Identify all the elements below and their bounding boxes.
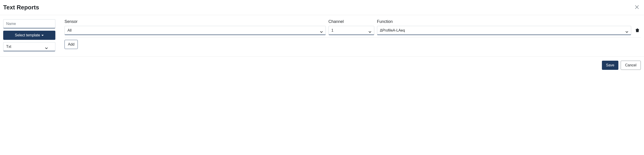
function-label: Function — [377, 19, 632, 24]
close-icon — [634, 7, 640, 10]
dialog-title: Text Reports — [3, 4, 39, 11]
dialog-footer: Save Cancel — [0, 56, 644, 74]
select-template-button[interactable]: Select template — [3, 31, 55, 40]
row-separator — [64, 37, 641, 38]
channel-label: Channel — [328, 19, 374, 24]
column-labels-row: Sensor Channel Function — [64, 19, 641, 24]
chevron-down-icon — [368, 30, 371, 31]
channel-select[interactable]: 1 — [328, 26, 374, 35]
trash-icon — [635, 30, 640, 34]
dialog-header: Text Reports — [0, 0, 644, 15]
chevron-down-icon — [320, 30, 323, 31]
sensor-selected-value: All — [68, 28, 72, 32]
select-template-label: Select template — [15, 33, 40, 37]
save-button[interactable]: Save — [602, 61, 618, 70]
name-input[interactable] — [3, 19, 55, 28]
cancel-button[interactable]: Cancel — [621, 61, 641, 70]
close-button[interactable] — [633, 3, 641, 12]
delete-row-button[interactable] — [634, 27, 640, 34]
function-selected-value: ΔProfileA-LAeq — [380, 28, 405, 32]
format-select[interactable]: Txt — [3, 42, 55, 51]
sensor-select[interactable]: All — [64, 26, 326, 35]
channel-selected-value: 1 — [332, 28, 334, 32]
chevron-down-icon — [45, 46, 48, 48]
caret-down-icon — [42, 35, 44, 36]
left-column: Select template Txt — [3, 19, 55, 51]
chevron-down-icon — [626, 30, 628, 31]
dialog-body: Select template Txt Sensor Channel Fun — [0, 15, 644, 56]
function-select[interactable]: ΔProfileA-LAeq — [377, 26, 632, 35]
data-row: All 1 ΔProfile — [64, 26, 641, 35]
sensor-label: Sensor — [64, 19, 326, 24]
add-button[interactable]: Add — [64, 40, 78, 49]
right-column: Sensor Channel Function All — [64, 19, 641, 51]
format-selected-value: Txt — [6, 45, 11, 49]
